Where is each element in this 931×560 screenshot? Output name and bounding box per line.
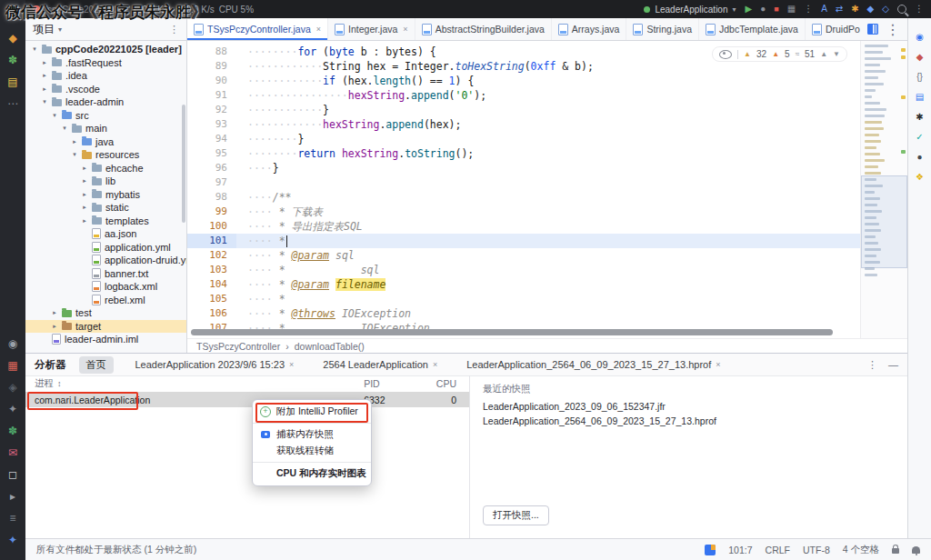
close-icon[interactable]: × xyxy=(403,25,407,34)
tree-chevron-icon[interactable]: ▾ xyxy=(31,45,38,53)
line-number[interactable]: 95 xyxy=(187,146,236,161)
magnet-icon[interactable]: ◆ xyxy=(867,4,875,15)
tree-item-test[interactable]: ▸test xyxy=(25,306,186,320)
line-number[interactable]: 89 xyxy=(187,59,236,74)
profiler-title[interactable]: 分析器 xyxy=(35,358,66,372)
tree-chevron-icon[interactable]: ▸ xyxy=(81,165,88,172)
project-options-icon[interactable]: ⋮ xyxy=(169,24,179,35)
tree-chevron-icon[interactable]: ▾ xyxy=(71,151,78,158)
code-minimap[interactable] xyxy=(860,41,907,338)
dock-spark-icon[interactable]: ✦ xyxy=(5,402,20,416)
hide-panel-icon[interactable]: — xyxy=(888,359,898,371)
editor-tab-TSysPczyController.java[interactable]: TSysPczyController.java× xyxy=(187,18,328,40)
editor-tab-Integer.java[interactable]: Integer.java× xyxy=(328,18,415,40)
close-icon[interactable]: × xyxy=(716,360,720,369)
scrollbar-thumb[interactable] xyxy=(191,329,833,335)
tree-item-leader-admin[interactable]: ▾leader-admin xyxy=(25,95,186,109)
breadcrumb-method[interactable]: downloadTable() xyxy=(295,341,365,352)
tree-item-templates[interactable]: ▸templates xyxy=(25,215,186,228)
tree-item-static[interactable]: ▸static xyxy=(25,201,186,215)
tree-chevron-icon[interactable]: ▾ xyxy=(61,125,68,132)
line-number[interactable]: 98 xyxy=(187,190,236,205)
code-line-106[interactable]: 106···· * @throws IOException xyxy=(187,306,860,321)
database-icon[interactable]: ▤ xyxy=(913,90,927,105)
magnet-alt-icon[interactable]: ◇ xyxy=(882,4,889,15)
tree-chevron-icon[interactable]: ▸ xyxy=(51,323,58,330)
profiler-tab-LeaderApplication 2023/9/6 15:23[interactable]: LeaderApplication 2023/9/6 15:23× xyxy=(128,357,302,372)
split-editor-icon[interactable] xyxy=(867,24,878,35)
file-encoding[interactable]: UTF-8 xyxy=(803,545,830,555)
line-number[interactable]: 102 xyxy=(187,248,236,263)
line-number[interactable]: 106 xyxy=(187,306,236,321)
tree-chevron-icon[interactable]: ▸ xyxy=(41,59,48,66)
layout-widget-icon[interactable] xyxy=(705,545,716,555)
tree-chevron-icon[interactable]: ▸ xyxy=(81,191,88,198)
run-dashboard-icon[interactable]: ◉ xyxy=(913,30,927,45)
code-line-94[interactable]: 94········} xyxy=(187,132,860,146)
warnings-count[interactable]: 32 xyxy=(756,49,766,59)
code-line-98[interactable]: 98····/** xyxy=(187,190,860,205)
col-process[interactable]: 进程 xyxy=(35,377,54,390)
dock-mail-icon[interactable]: ✉ xyxy=(5,445,20,460)
swap-icon[interactable]: ⇄ xyxy=(836,4,843,15)
tree-item-banner.txt[interactable]: banner.txt xyxy=(25,267,186,281)
code-line-91[interactable]: 91················hexString.append('0'); xyxy=(187,88,860,103)
tree-chevron-icon[interactable]: ▸ xyxy=(81,177,88,185)
lock-icon[interactable] xyxy=(892,548,899,554)
col-cpu[interactable]: CPU xyxy=(417,378,469,389)
code-line-95[interactable]: 95········return hexString.toString(); xyxy=(187,146,860,161)
profiler-tab-LeaderApplication_2564_06_09_2023_15_27_13.hprof[interactable]: LeaderApplication_2564_06_09_2023_15_27_… xyxy=(459,357,727,372)
open-snapshot-button[interactable]: 打开快照... xyxy=(483,505,549,525)
line-number[interactable]: 100 xyxy=(187,219,236,234)
debug-icon[interactable]: ● xyxy=(760,4,766,15)
dock-flower-icon[interactable]: ✽ xyxy=(5,53,20,67)
minimap-viewport[interactable] xyxy=(861,175,907,268)
profiler-tab-首页[interactable]: 首页 xyxy=(79,356,114,374)
tree-item-ehcache[interactable]: ▸ehcache xyxy=(25,162,186,175)
menu-item-附加 IntelliJ Profiler[interactable]: +附加 IntelliJ Profiler xyxy=(253,404,371,420)
tree-chevron-icon[interactable]: ▸ xyxy=(41,72,48,79)
dock-square-icon[interactable]: ◻ xyxy=(5,467,20,482)
tree-item-src[interactable]: ▾src xyxy=(25,109,186,123)
tree-chevron-icon[interactable]: ▸ xyxy=(71,138,78,145)
gradle-icon[interactable]: ● xyxy=(913,150,927,165)
tree-item-.fastRequest[interactable]: ▸.fastRequest xyxy=(25,56,186,70)
menu-item-CPU 和内存实时图表[interactable]: CPU 和内存实时图表 xyxy=(253,465,371,482)
typos-count[interactable]: 51 xyxy=(805,49,815,59)
line-number[interactable]: 101 xyxy=(187,234,236,248)
line-number[interactable]: 96 xyxy=(187,161,236,175)
tree-chevron-icon[interactable]: ▸ xyxy=(51,309,58,316)
tree-item-aa.json[interactable]: aa.json xyxy=(25,227,186,241)
close-icon[interactable]: × xyxy=(289,360,294,369)
maven-icon[interactable]: ◆ xyxy=(913,50,927,65)
code-line-96[interactable]: 96····} xyxy=(187,161,860,175)
code-editor[interactable]: 88········for (byte b : bytes) {89······… xyxy=(187,41,860,338)
line-number[interactable]: 94 xyxy=(187,132,236,146)
dock-gem-icon[interactable]: ◈ xyxy=(5,380,20,395)
settings-more-icon[interactable]: ⋮ xyxy=(915,4,924,15)
dock-camera-icon[interactable]: ◉ xyxy=(5,336,20,351)
indent-setting[interactable]: 4 个空格 xyxy=(843,544,879,556)
line-number[interactable]: 91 xyxy=(187,88,236,103)
editor-tab-JdbcTemplate.java[interactable]: JdbcTemplate.java xyxy=(699,18,806,40)
snapshot-item[interactable]: LeaderApplication_2023_09_06_152347.jfr xyxy=(470,399,907,414)
status-message[interactable]: 所有文件都处于最新状态 (1 分钟之前) xyxy=(36,544,196,556)
code-line-101[interactable]: 101···· * xyxy=(187,234,860,248)
line-number[interactable]: 104 xyxy=(187,277,236,292)
code-line-103[interactable]: 103···· * sql xyxy=(187,263,860,277)
menu-item-捕获内存快照[interactable]: 捕获内存快照 xyxy=(253,426,371,443)
code-line-93[interactable]: 93············hexString.append(hex); xyxy=(187,117,860,132)
tree-chevron-icon[interactable]: ▾ xyxy=(51,112,58,119)
dock-chat-icon[interactable]: ✦ xyxy=(5,533,20,547)
tree-item-cppCode20221025 [leader][interactable]: ▾cppCode20221025 [leader]D:\code\... xyxy=(25,43,186,56)
line-number[interactable]: 103 xyxy=(187,263,236,277)
code-line-92[interactable]: 92············} xyxy=(187,103,860,117)
close-icon[interactable]: × xyxy=(316,25,321,34)
code-line-104[interactable]: 104···· * @param filename xyxy=(187,277,860,292)
settings-sync-icon[interactable]: ✱ xyxy=(913,110,927,125)
tree-item-java[interactable]: ▸java xyxy=(25,135,186,149)
inspections-widget[interactable]: ▲ 32 ▲ 5 ≈ 51 ▲ ▼ xyxy=(712,46,847,62)
code-line-90[interactable]: 90············if (hex.length() == 1) { xyxy=(187,74,860,88)
code-line-99[interactable]: 99···· * 下载表 xyxy=(187,205,860,219)
process-row[interactable]: com.nari.LeaderApplication63320 xyxy=(25,392,469,407)
